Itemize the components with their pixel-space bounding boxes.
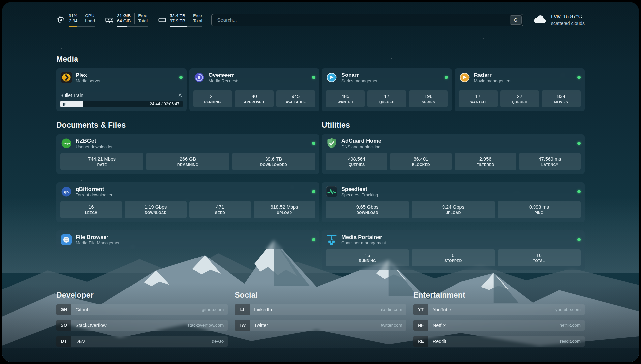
stat-box: 471 SEED: [189, 201, 251, 218]
portainer-icon: [326, 234, 338, 246]
bookmark-group-developer: Developer GH Github github.com SO StackO…: [56, 291, 228, 347]
stat-value: 86,401: [414, 156, 428, 162]
resource-widgets: 31% 2.94 CPU Load: [56, 13, 202, 27]
cpu-label-1: CPU: [85, 13, 95, 18]
service-name: Sonarr: [341, 72, 380, 78]
cloud-icon: [533, 14, 547, 26]
service-card-overseerr[interactable]: Overseerr Media Requests 21 PENDING 40 A…: [189, 68, 320, 111]
memory-total-value: 64 GiB: [117, 18, 131, 24]
stat-box: 22 QUEUED: [500, 90, 539, 107]
status-dot: [577, 190, 581, 193]
status-dot: [312, 142, 315, 145]
bookmark-twitter[interactable]: TW Twitter twitter.com: [235, 320, 406, 331]
service-card-nzbget[interactable]: nzbget NZBGet Usenet downloader 744.21 M…: [56, 134, 319, 174]
card-titles: Overseerr Media Requests: [209, 72, 240, 84]
stat-label: BLOCKED: [412, 163, 430, 167]
stat-value: 9.65 Gbps: [356, 204, 379, 210]
weather-location-temp: Lviv, 16.87°C: [551, 14, 585, 20]
bookmark-name: StackOverflow: [71, 323, 106, 328]
service-card-radarr[interactable]: Radarr Movie management 17 WANTED 22 QUE…: [455, 68, 585, 111]
stat-value: 9.24 Gbps: [442, 204, 464, 210]
stat-value: 266 GB: [180, 156, 196, 162]
service-card-qbittorrent[interactable]: qb qBittorrent Torrent downloader 16: [56, 182, 319, 222]
plex-icon: [60, 72, 72, 83]
service-card-adguard[interactable]: AdGuard Home DNS and adblocking 498,564 …: [322, 134, 585, 174]
stat-value: 834: [557, 94, 565, 99]
card-titles: NZBGet Usenet downloader: [76, 137, 113, 150]
weather-condition: scattered clouds: [551, 20, 585, 26]
bookmark-abbr: LI: [235, 304, 250, 315]
bookmark-url: linkedin.com: [378, 307, 406, 312]
bookmark-dev[interactable]: DT DEV dev.to: [56, 336, 228, 347]
gear-icon[interactable]: [178, 93, 183, 98]
service-card-plex[interactable]: Plex Media server Bullet Train: [56, 68, 187, 111]
stat-box: 498,564 QUERIES: [326, 153, 387, 170]
stat-box: 9.65 Gbps DOWNLOAD: [326, 201, 409, 218]
stats-row: 21 PENDING 40 APPROVED 945 AVAILABLE: [193, 87, 316, 107]
stat-box: 1.19 Gbps DOWNLOAD: [125, 201, 186, 218]
bookmark-abbr: GH: [56, 304, 71, 315]
stat-label: RUNNING: [359, 259, 376, 263]
service-card-portainer[interactable]: Media Portainer Container management 16 …: [322, 230, 585, 270]
cpu-icon: [56, 15, 65, 24]
stat-box: 0.993 ms PING: [498, 201, 581, 218]
bookmark-name: YouTube: [428, 307, 451, 312]
service-card-filebrowser[interactable]: File Browser Media File Management: [56, 230, 319, 249]
search-input[interactable]: [211, 14, 523, 26]
stat-box: 196 SERIES: [409, 90, 448, 107]
card-header: Speedtest Speedtest Tracking: [326, 186, 581, 198]
bookmark-url: netflix.com: [559, 323, 585, 328]
service-card-speedtest[interactable]: Speedtest Speedtest Tracking 9.65 Gbps D…: [322, 182, 585, 222]
disk-free-value: 52.4 TB: [170, 13, 185, 18]
stat-label: SEED: [215, 211, 225, 215]
svg-text:qb: qb: [64, 190, 69, 194]
search-engine-button[interactable]: G: [510, 15, 522, 25]
memory-progress-track: [117, 26, 148, 27]
bookmark-name: DEV: [71, 339, 85, 344]
bookmark-group-title: Social: [235, 291, 406, 300]
stat-label: WANTED: [337, 100, 353, 104]
disk-label-2: Total: [193, 18, 202, 24]
service-card-sonarr[interactable]: Sonarr Series management 485 WANTED 17 Q…: [322, 68, 452, 111]
card-header: AdGuard Home DNS and adblocking: [326, 137, 581, 150]
memory-icon: [105, 15, 114, 24]
dashboard-screen: 31% 2.94 CPU Load: [2, 2, 639, 362]
card-header: Sonarr Series management: [326, 72, 448, 84]
bookmark-url: twitter.com: [381, 323, 406, 328]
bookmark-reddit[interactable]: RE Reddit reddit.com: [413, 336, 585, 347]
bookmark-abbr: SO: [56, 320, 71, 331]
cpu-progress-track: [69, 26, 95, 27]
bookmark-name: Reddit: [428, 339, 446, 344]
stat-value: 618.52 Mbps: [270, 204, 298, 210]
qbittorrent-icon: qb: [60, 186, 72, 197]
cpu-load-value: 2.94: [69, 18, 77, 24]
service-name: Radarr: [474, 72, 512, 78]
bookmark-stackoverflow[interactable]: SO StackOverflow stackoverflow.com: [56, 320, 228, 331]
bookmark-url: dev.to: [212, 339, 228, 344]
bookmark-linkedin[interactable]: LI LinkedIn linkedin.com: [235, 304, 406, 315]
bookmark-name: Netflix: [428, 323, 446, 328]
memory-progress-fill: [117, 26, 127, 27]
card-header: Plex Media server: [60, 72, 183, 84]
stat-label: RATE: [97, 163, 107, 167]
card-titles: qBittorrent Torrent downloader: [76, 186, 112, 198]
bookmark-youtube[interactable]: YT YouTube youtube.com: [413, 304, 585, 315]
service-subtitle: DNS and adblocking: [341, 144, 381, 150]
bookmark-url: github.com: [202, 307, 228, 312]
stat-value: 196: [424, 94, 432, 99]
stats-row: 17 WANTED 22 QUEUED 834 MOVIES: [459, 87, 581, 107]
stat-box: 86,401 BLOCKED: [390, 153, 452, 170]
disk-progress-fill: [170, 26, 187, 27]
stat-box: 834 MOVIES: [542, 90, 581, 107]
card-titles: Radarr Movie management: [474, 72, 512, 84]
stat-label: AVAILABLE: [286, 100, 306, 104]
bookmark-abbr: TW: [235, 320, 250, 331]
bookmark-name: LinkedIn: [250, 307, 272, 312]
playback-progress-bar[interactable]: 24:44 / 02:06:47: [60, 101, 183, 107]
pause-icon[interactable]: [63, 102, 66, 106]
card-header: Overseerr Media Requests: [193, 72, 316, 84]
card-titles: Plex Media server: [76, 72, 101, 84]
speedtest-icon: [326, 186, 338, 197]
bookmark-github[interactable]: GH Github github.com: [56, 304, 228, 315]
bookmark-netflix[interactable]: NF Netflix netflix.com: [413, 320, 585, 331]
